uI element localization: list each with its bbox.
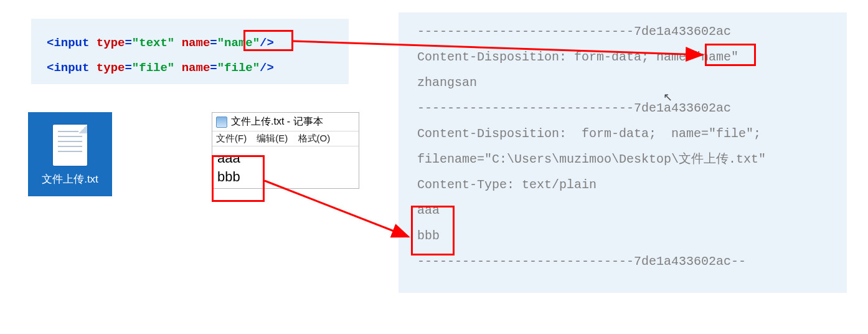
val-text: "text"	[132, 36, 174, 50]
attr-name: name	[182, 36, 210, 50]
boundary-1: -----------------------------7de1a433602…	[417, 19, 837, 44]
code-line-1: <input type="text" name="name"/>	[47, 31, 333, 56]
val-name: "name"	[217, 36, 260, 50]
file-icon	[53, 125, 87, 166]
notepad-window: 文件上传.txt - 记事本 文件(F) 编辑(E) 格式(O) aaa bbb	[212, 112, 359, 189]
tag-close: />	[260, 36, 274, 50]
cursor-icon: ↖	[663, 90, 672, 104]
notepad-title: 文件上传.txt - 记事本	[231, 115, 323, 128]
notepad-icon	[216, 117, 227, 128]
attr-type: type	[97, 36, 125, 50]
notepad-content: aaa bbb	[212, 146, 359, 188]
boundary-3: -----------------------------7de1a433602…	[417, 249, 837, 274]
http-body-box: -----------------------------7de1a433602…	[399, 12, 847, 293]
content-disposition-1: Content-Disposition: form-data; name="na…	[417, 44, 837, 70]
notepad-line1: aaa	[217, 149, 354, 168]
menu-edit: 编辑(E)	[257, 133, 288, 143]
body-line-1: aaa	[417, 198, 837, 223]
notepad-line2: bbb	[217, 168, 354, 186]
html-code-box: <input type="text" name="name"/> <input …	[31, 19, 349, 84]
body-line-2: bbb	[417, 223, 837, 249]
name-value-highlight: "name"	[694, 50, 738, 64]
form-value-1: zhangsan	[417, 70, 837, 95]
filename-line: filename="C:\Users\muzimoo\Desktop\文件上传.…	[417, 146, 837, 172]
menu-file: 文件(F)	[216, 133, 247, 143]
content-disposition-2: Content-Disposition: form-data; name="fi…	[417, 121, 837, 146]
menu-format: 格式(O)	[298, 133, 331, 143]
desktop-file-icon: 文件上传.txt	[28, 112, 112, 196]
notepad-titlebar: 文件上传.txt - 记事本	[212, 113, 359, 131]
arrow-content-to-body	[265, 181, 408, 237]
file-label: 文件上传.txt	[42, 172, 98, 186]
notepad-menubar: 文件(F) 编辑(E) 格式(O)	[212, 131, 359, 146]
boundary-2: -----------------------------7de1a433602…	[417, 95, 837, 121]
content-type-line: Content-Type: text/plain	[417, 172, 837, 198]
code-line-2: <input type="file" name="file"/>	[47, 56, 333, 81]
tag-open: <input	[47, 36, 97, 50]
